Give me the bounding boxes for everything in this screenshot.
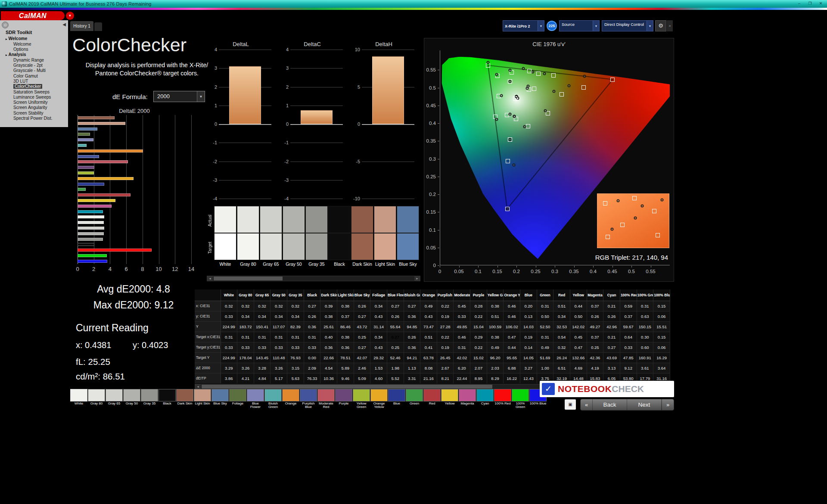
table-cell[interactable]: 2.46 — [354, 363, 370, 373]
table-cell[interactable]: 0.26 — [603, 311, 620, 321]
table-cell[interactable]: 0.44 — [570, 301, 587, 311]
table-cell[interactable]: 0.25 — [387, 342, 404, 352]
table-cell[interactable]: 0.06 — [653, 342, 670, 352]
table-cell[interactable]: 0.14 — [520, 342, 537, 352]
table-cell[interactable]: 0.32 — [221, 301, 237, 311]
table-cell[interactable]: 0.38 — [487, 332, 504, 342]
table-cell[interactable]: 0.40 — [320, 332, 337, 342]
table-cell[interactable]: 0.34 — [370, 332, 387, 342]
table-cell[interactable]: 0.59 — [620, 301, 637, 311]
table-cell[interactable]: 49.27 — [587, 321, 603, 332]
table-cell[interactable]: 82.39 — [287, 321, 304, 332]
table-cell[interactable]: 0.50 — [537, 311, 553, 321]
table-cell[interactable]: 9.12 — [620, 363, 637, 373]
palette-swatch-magenta[interactable]: Magenta — [459, 389, 476, 409]
table-cell[interactable]: 32.53 — [553, 321, 570, 332]
table-cell[interactable]: 0.37 — [587, 301, 603, 311]
table-cell[interactable]: 0.27 — [387, 332, 404, 342]
sidebar-item-screen-angularity[interactable]: Screen Angularity — [0, 105, 68, 110]
sidebar-item-dynamic-range[interactable]: Dynamic Range — [0, 58, 68, 63]
table-cell[interactable]: 0.31 — [304, 332, 320, 342]
table-cell[interactable]: 0.31 — [254, 332, 270, 342]
table-cell[interactable]: 42.02 — [454, 352, 470, 363]
sidebar-item-grayscale-2pt[interactable]: Grayscale - 2pt — [0, 63, 68, 68]
table-cell[interactable]: 0.19 — [520, 332, 537, 342]
table-cell[interactable]: 0.06 — [653, 311, 670, 321]
table-cell[interactable]: 110.48 — [270, 352, 287, 363]
table-cell[interactable]: 0.51 — [420, 332, 437, 342]
collapse-sidebar-icon[interactable]: ◀ — [62, 22, 66, 27]
table-cell[interactable]: 0.33 — [254, 342, 270, 352]
table-cell[interactable]: 0.51 — [553, 301, 570, 311]
table-cell[interactable]: 0.19 — [437, 342, 454, 352]
table-cell[interactable]: 0.36 — [304, 321, 320, 332]
table-cell[interactable]: 3.27 — [520, 363, 537, 373]
table-cell[interactable]: 0.27 — [354, 311, 370, 321]
back-button[interactable]: Back — [593, 399, 627, 410]
table-cell[interactable]: 3.29 — [221, 363, 237, 373]
table-cell[interactable]: 0.21 — [603, 301, 620, 311]
table-cell[interactable]: 100.59 — [487, 321, 504, 332]
logo-menu-arrow-icon[interactable]: ▼ — [66, 12, 74, 20]
palette-swatch-red[interactable]: Red — [423, 389, 441, 409]
table-cell[interactable]: 117.07 — [270, 321, 287, 332]
table-cell[interactable]: 150.41 — [254, 321, 270, 332]
palette-swatch-black[interactable]: Black — [159, 389, 176, 409]
palette-swatch-gray-80[interactable]: Gray 80 — [88, 389, 105, 409]
scrollbar-track[interactable] — [213, 276, 414, 281]
table-cell[interactable]: 0.36 — [337, 342, 354, 352]
source-dropdown[interactable]: Source ▼ — [559, 20, 600, 31]
table-cell[interactable]: 8.29 — [487, 373, 504, 383]
table-cell[interactable]: 183.72 — [237, 321, 254, 332]
sidebar-item-grayscale-multi[interactable]: Grayscale - Multi — [0, 68, 68, 73]
table-cell[interactable]: 0.37 — [620, 311, 637, 321]
table-cell[interactable]: 1.13 — [404, 363, 420, 373]
table-cell[interactable]: 0.27 — [354, 342, 370, 352]
table-cell[interactable]: 8.21 — [437, 373, 454, 383]
table-cell[interactable]: 5.89 — [337, 363, 354, 373]
table-cell[interactable]: 0.34 — [270, 311, 287, 321]
window-titlebar[interactable]: CalMAN 2019 CalMAN Ultimate for Business… — [0, 0, 827, 8]
table-cell[interactable]: 0.54 — [553, 332, 570, 342]
table-cell[interactable]: 160.91 — [637, 352, 653, 363]
palette-swatch-green[interactable]: Green — [406, 389, 423, 409]
table-cell[interactable]: 4.54 — [320, 363, 337, 373]
display-control-dropdown[interactable]: Direct Display Control ▼ — [602, 20, 653, 31]
sidebar-item-colorchecker[interactable]: ColorChecker — [0, 84, 68, 89]
table-cell[interactable]: 0.45 — [454, 301, 470, 311]
table-cell[interactable]: 0.32 — [254, 301, 270, 311]
palette-swatch-orange[interactable]: Orange — [282, 389, 299, 409]
table-cell[interactable]: 0.31 — [454, 342, 470, 352]
table-cell[interactable]: 0.39 — [320, 301, 337, 311]
palette-swatch-100-green[interactable]: 100% Green — [512, 389, 529, 409]
table-cell[interactable]: 8.95 — [470, 373, 487, 383]
table-cell[interactable]: 43.69 — [603, 352, 620, 363]
table-cell[interactable]: 0.46 — [454, 332, 470, 342]
tab-stub[interactable] — [94, 22, 102, 31]
table-cell[interactable]: 78.51 — [337, 352, 354, 363]
table-cell[interactable]: 12.43 — [520, 373, 537, 383]
table-cell[interactable]: 0.28 — [470, 301, 487, 311]
table-cell[interactable]: 0.13 — [520, 311, 537, 321]
table-cell[interactable]: 0.37 — [337, 311, 354, 321]
table-cell[interactable]: 0.33 — [221, 311, 237, 321]
table-cell[interactable]: 3.26 — [237, 363, 254, 373]
palette-swatch-foliage[interactable]: Foliage — [229, 389, 246, 409]
palette-swatch-purplish-blue[interactable]: Purplish Blue — [300, 389, 317, 409]
table-cell[interactable]: 0.31 — [270, 332, 287, 342]
table-cell[interactable]: 51.69 — [537, 352, 553, 363]
table-cell[interactable]: 0.46 — [504, 311, 520, 321]
table-cell[interactable]: 0.27 — [404, 301, 420, 311]
sidebar-item-welcome[interactable]: Welcome — [0, 42, 68, 47]
table-cell[interactable]: 3.13 — [603, 363, 620, 373]
table-cell[interactable]: 143.45 — [254, 352, 270, 363]
table-cell[interactable]: 0.26 — [304, 311, 320, 321]
table-cell[interactable]: 3.61 — [637, 363, 653, 373]
table-cell[interactable]: 52.50 — [537, 321, 553, 332]
next-button[interactable]: Next — [627, 399, 662, 410]
table-cell[interactable]: 76.33 — [304, 373, 320, 383]
chevron-down-icon[interactable]: ▼ — [538, 21, 544, 31]
palette-swatch-orange-yellow[interactable]: Orange Yellow — [370, 389, 388, 409]
de-formula-select[interactable]: 2000 ▼ — [153, 91, 205, 102]
sidebar-item-options[interactable]: Options — [0, 47, 68, 52]
